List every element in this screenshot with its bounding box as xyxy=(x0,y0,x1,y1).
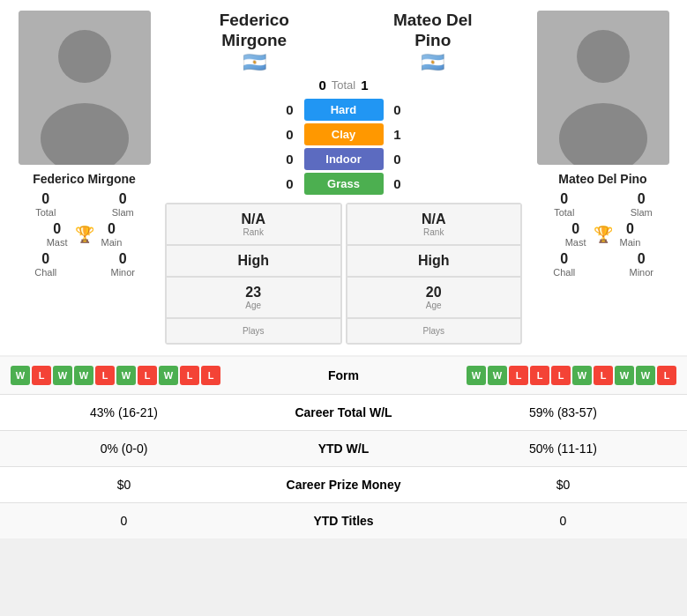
left-center-name: FedericoMirgone xyxy=(165,11,344,51)
form-badge-l: L xyxy=(657,366,676,385)
right-player-name: Mateo Del Pino xyxy=(558,172,646,186)
names-flags-row: FedericoMirgone 🇦🇷 Mateo DelPino 🇦🇷 xyxy=(165,11,522,74)
left-player-section: Federico Mirgone 0 Total 0 Slam 0 Mast 🏆… xyxy=(7,11,161,345)
ytd-wl-row: 0% (0-0) YTD W/L 50% (11-11) xyxy=(0,431,687,467)
svg-point-1 xyxy=(58,30,111,83)
left-minor-stat: 0 Minor xyxy=(92,251,155,278)
left-player-stats: 0 Total 0 Slam xyxy=(7,191,161,218)
left-form-badges: WLWWLWLWLL xyxy=(11,366,277,385)
left-bottom-stats: 0 Chall 0 Minor xyxy=(7,251,161,278)
right-trophy-icon: 🏆 xyxy=(594,225,613,244)
left-career-wl: 43% (16-21) xyxy=(14,405,234,419)
right-trophy-row: 0 Mast 🏆 0 Main xyxy=(565,221,641,248)
titles-label: YTD Titles xyxy=(234,514,453,528)
form-badge-w: W xyxy=(116,366,136,385)
hard-surface-badge: Hard xyxy=(304,99,384,121)
total-score-row: 0 Total 1 xyxy=(318,78,368,93)
left-trophy-row: 0 Mast 🏆 0 Main xyxy=(47,221,123,248)
surfaces-container: 0 Hard 0 0 Clay 1 0 Indoor 0 0 Grass 0 xyxy=(165,96,522,197)
left-plays-cell: Plays xyxy=(166,318,341,344)
bottom-section: WLWWLWLWLL Form WWLLLWLWWL 43% (16-21) C… xyxy=(0,357,687,538)
form-badge-l: L xyxy=(95,366,115,385)
form-badge-l: L xyxy=(530,366,549,385)
indoor-row: 0 Indoor 0 xyxy=(165,148,522,170)
right-flag: 🇦🇷 xyxy=(344,51,523,74)
form-badge-w: W xyxy=(74,366,93,385)
form-badge-w: W xyxy=(572,366,592,385)
clay-surface-badge: Clay xyxy=(304,123,384,145)
form-badge-l: L xyxy=(180,366,199,385)
right-minor-stat: 0 Minor xyxy=(610,251,674,278)
right-age-cell: 20 Age xyxy=(347,277,522,318)
form-badge-l: L xyxy=(551,366,571,385)
right-main-stat: 0 Main xyxy=(620,221,641,248)
form-row: WLWWLWLWLL Form WWLLLWLWWL xyxy=(0,357,687,395)
left-prize: $0 xyxy=(14,478,234,492)
form-badge-w: W xyxy=(636,366,655,385)
grass-row: 0 Grass 0 xyxy=(165,173,522,195)
right-ytd-wl: 50% (11-11) xyxy=(453,442,673,456)
right-titles: 0 xyxy=(453,514,673,528)
form-badge-l: L xyxy=(509,366,528,385)
prize-label: Career Prize Money xyxy=(234,478,453,492)
left-flag: 🇦🇷 xyxy=(165,51,344,74)
left-age-cell: 23 Age xyxy=(166,277,341,318)
career-wl-label: Career Total W/L xyxy=(234,405,453,419)
form-badge-l: L xyxy=(201,366,220,385)
prize-row: $0 Career Prize Money $0 xyxy=(0,467,687,503)
top-comparison-area: Federico Mirgone 0 Total 0 Slam 0 Mast 🏆… xyxy=(0,0,687,355)
left-total-stat: 0 Total xyxy=(14,191,78,218)
left-mast-stat: 0 Mast xyxy=(47,221,68,248)
svg-point-4 xyxy=(577,30,630,83)
form-badge-w: W xyxy=(53,366,72,385)
form-badge-w: W xyxy=(488,366,507,385)
info-panels-row: N/A Rank High 23 Age Plays N/A Rank xyxy=(165,203,522,345)
right-bottom-stats: 0 Chall 0 Minor xyxy=(526,251,680,278)
left-main-stat: 0 Main xyxy=(101,221,123,248)
titles-row: 0 YTD Titles 0 xyxy=(0,503,687,538)
right-rank-cell: N/A Rank xyxy=(347,204,522,245)
left-level-cell: High xyxy=(166,245,341,277)
right-chall-stat: 0 Chall xyxy=(533,251,596,278)
clay-row: 0 Clay 1 xyxy=(165,123,522,145)
form-label: Form xyxy=(277,368,410,382)
left-player-name: Federico Mirgone xyxy=(33,172,136,186)
form-badge-w: W xyxy=(467,366,486,385)
right-career-wl: 59% (83-57) xyxy=(453,405,673,419)
right-prize: $0 xyxy=(453,478,673,492)
left-slam-stat: 0 Slam xyxy=(92,191,155,218)
right-player-avatar xyxy=(537,11,669,165)
hard-row: 0 Hard 0 xyxy=(165,99,522,121)
grass-surface-badge: Grass xyxy=(304,173,384,195)
career-wl-row: 43% (16-21) Career Total W/L 59% (83-57) xyxy=(0,395,687,431)
right-slam-stat: 0 Slam xyxy=(610,191,674,218)
form-badge-l: L xyxy=(32,366,51,385)
form-badge-w: W xyxy=(11,366,30,385)
left-titles: 0 xyxy=(14,514,234,528)
right-center-name: Mateo DelPino xyxy=(344,11,523,51)
right-total-stat: 0 Total xyxy=(533,191,596,218)
form-badge-l: L xyxy=(594,366,613,385)
right-plays-cell: Plays xyxy=(347,318,522,344)
ytd-wl-label: YTD W/L xyxy=(234,442,453,456)
form-badge-l: L xyxy=(138,366,157,385)
right-form-badges: WWLLLWLWWL xyxy=(410,366,676,385)
right-level-cell: High xyxy=(347,245,522,277)
right-player-stats: 0 Total 0 Slam xyxy=(526,191,680,218)
form-badge-w: W xyxy=(159,366,178,385)
center-area: FedericoMirgone 🇦🇷 Mateo DelPino 🇦🇷 0 To… xyxy=(165,11,522,345)
right-player-section: Mateo Del Pino 0 Total 0 Slam 0 Mast 🏆 0… xyxy=(526,11,680,345)
right-mast-stat: 0 Mast xyxy=(565,221,586,248)
left-rank-cell: N/A Rank xyxy=(166,204,341,245)
left-trophy-icon: 🏆 xyxy=(75,225,94,244)
left-player-avatar xyxy=(19,11,151,165)
form-badge-w: W xyxy=(615,366,634,385)
indoor-surface-badge: Indoor xyxy=(304,148,384,170)
left-ytd-wl: 0% (0-0) xyxy=(14,442,234,456)
left-chall-stat: 0 Chall xyxy=(14,251,78,278)
